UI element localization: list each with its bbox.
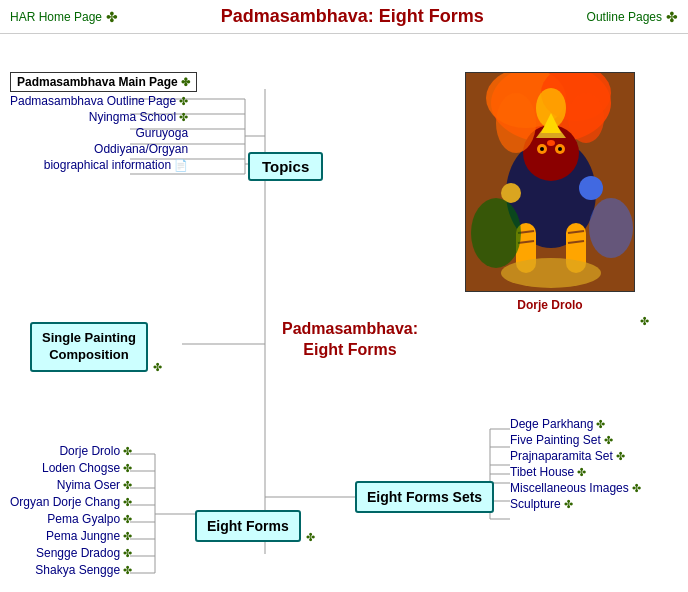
eight-forms-sets-label[interactable]: Eight Forms Sets [355, 481, 494, 513]
painting-image-container: ✤ Dorje Drolo [465, 72, 635, 312]
pema-jungne-cross: ✤ [123, 530, 132, 543]
sculpture-cross: ✤ [564, 498, 573, 511]
list-item-tibet-house[interactable]: Tibet House ✤ [510, 465, 641, 479]
biographical-doc-icon: 📄 [174, 159, 188, 172]
svg-point-56 [568, 93, 604, 143]
svg-point-57 [536, 88, 566, 128]
list-item-five-painting[interactable]: Five Painting Set ✤ [510, 433, 641, 447]
list-item-outline-page[interactable]: Padmasambhava Outline Page ✤ [10, 94, 188, 108]
list-item-pema-gyalpo[interactable]: Pema Gyalpo ✤ [47, 512, 132, 526]
svg-point-53 [589, 198, 633, 258]
sengge-cross: ✤ [123, 547, 132, 560]
list-item-dege[interactable]: Dege Parkhang ✤ [510, 417, 641, 431]
center-title: Padmasambhava: Eight Forms [270, 319, 430, 361]
svg-point-55 [496, 93, 536, 153]
prajnaparamita-cross: ✤ [616, 450, 625, 463]
eight-forms-cross: ✤ [306, 531, 315, 544]
outline-link-text[interactable]: Outline Pages [587, 10, 662, 24]
list-item-sengge-dradog[interactable]: Sengge Dradog ✤ [36, 546, 132, 560]
tibet-house-cross: ✤ [577, 466, 586, 479]
eight-forms-box[interactable]: Eight Forms ✤ [195, 510, 301, 542]
main-page-text[interactable]: Padmasambhava Main Page [17, 75, 178, 89]
svg-point-41 [547, 140, 555, 146]
outline-page-cross: ✤ [179, 95, 188, 108]
pema-gyalpo-cross: ✤ [123, 513, 132, 526]
shakya-cross: ✤ [123, 564, 132, 577]
eight-forms-label[interactable]: Eight Forms [195, 510, 301, 542]
dorje-cross: ✤ [123, 445, 132, 458]
outline-cross-icon: ✤ [666, 9, 678, 25]
list-item-biographical[interactable]: biographical information 📄 [44, 158, 188, 172]
svg-point-52 [471, 198, 521, 268]
svg-point-39 [540, 147, 544, 151]
list-item-pema-jungne[interactable]: Pema Jungne ✤ [46, 529, 132, 543]
svg-point-51 [579, 176, 603, 200]
page-title: Padmasambhava: Eight Forms [118, 6, 587, 27]
list-item-orgyan-dorje[interactable]: Orgyan Dorje Chang ✤ [10, 495, 132, 509]
home-link[interactable]: HAR Home Page ✤ [10, 9, 118, 25]
image-cross: ✤ [640, 315, 649, 328]
list-item-loden-chogse[interactable]: Loden Chogse ✤ [42, 461, 132, 475]
orgyan-cross: ✤ [123, 496, 132, 509]
eight-forms-sets-box[interactable]: Eight Forms Sets [355, 481, 494, 513]
topics-label[interactable]: Topics [248, 152, 323, 181]
outline-link[interactable]: Outline Pages ✤ [587, 9, 678, 25]
home-link-text[interactable]: HAR Home Page [10, 10, 102, 24]
list-item-oddiyana[interactable]: Oddiyana/Orgyan [94, 142, 188, 156]
painting-image [465, 72, 635, 292]
svg-point-40 [558, 147, 562, 151]
list-item-shakya-sengge[interactable]: Shakya Sengge ✤ [35, 563, 132, 577]
loden-cross: ✤ [123, 462, 132, 475]
main-page-box[interactable]: Padmasambhava Main Page ✤ [10, 72, 197, 92]
single-painting-cross: ✤ [153, 361, 162, 374]
list-item-dorje-drolo[interactable]: Dorje Drolo ✤ [59, 444, 132, 458]
main-page-cross-icon: ✤ [181, 76, 190, 88]
image-caption: Dorje Drolo [465, 298, 635, 312]
main-content: Padmasambhava Main Page ✤ Padmasambhava … [0, 34, 688, 586]
center-title-text: Padmasambhava: Eight Forms [270, 319, 430, 361]
right-list: Dege Parkhang ✤ Five Painting Set ✤ Praj… [510, 417, 641, 511]
topics-box[interactable]: Topics [248, 152, 323, 181]
misc-images-cross: ✤ [632, 482, 641, 495]
single-painting-box[interactable]: Single Painting Composition ✤ [30, 322, 148, 372]
list-item-misc-images[interactable]: Miscellaneous Images ✤ [510, 481, 641, 495]
svg-point-54 [501, 258, 601, 288]
home-cross-icon: ✤ [106, 9, 118, 25]
list-item-nyima-oser[interactable]: Nyima Oser ✤ [57, 478, 132, 492]
nyima-cross: ✤ [123, 479, 132, 492]
dege-cross: ✤ [596, 418, 605, 431]
eight-forms-list: Dorje Drolo ✤ Loden Chogse ✤ Nyima Oser … [10, 444, 132, 577]
single-painting-label[interactable]: Single Painting Composition [30, 322, 148, 372]
list-item-prajnaparamita[interactable]: Prajnaparamita Set ✤ [510, 449, 641, 463]
five-painting-cross: ✤ [604, 434, 613, 447]
painting-svg [466, 73, 635, 292]
list-item-nyingma[interactable]: Nyingma School ✤ [89, 110, 188, 124]
header: HAR Home Page ✤ Padmasambhava: Eight For… [0, 0, 688, 34]
left-links: Padmasambhava Outline Page ✤ Nyingma Sch… [10, 94, 188, 172]
main-page-label[interactable]: Padmasambhava Main Page ✤ [10, 72, 197, 92]
list-item-guruyoga[interactable]: Guruyoga [135, 126, 188, 140]
nyingma-cross: ✤ [179, 111, 188, 124]
list-item-sculpture[interactable]: Sculpture ✤ [510, 497, 641, 511]
